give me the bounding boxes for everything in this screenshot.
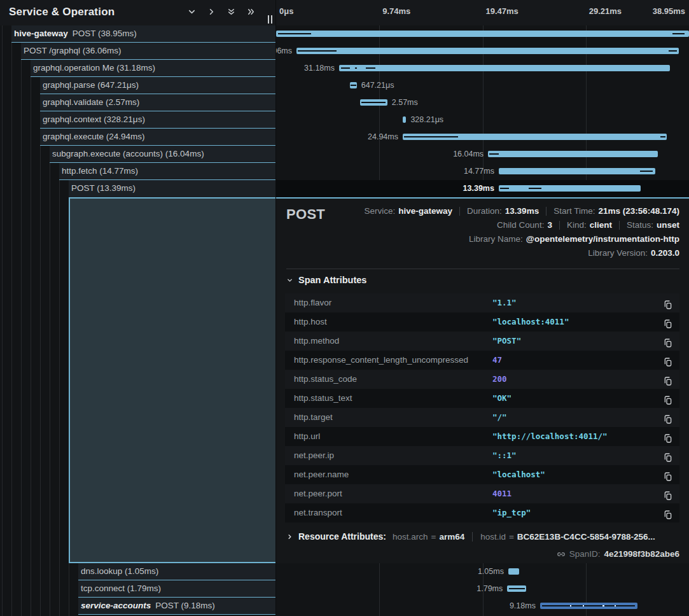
span-bar[interactable] bbox=[507, 585, 526, 592]
attribute-row: net.peer.name"localhost" bbox=[285, 465, 679, 484]
copy-icon[interactable] bbox=[663, 317, 673, 327]
span-bar[interactable] bbox=[499, 168, 655, 174]
attribute-value: "/" bbox=[492, 408, 507, 427]
copy-icon[interactable] bbox=[663, 489, 673, 499]
timeline-row[interactable]: 38.95ms bbox=[276, 25, 689, 43]
resource-attributes-title: Resource Attributes: bbox=[298, 531, 386, 542]
chevrons-down-icon[interactable] bbox=[226, 7, 236, 17]
timeline-row[interactable]: 328.21μs bbox=[276, 111, 689, 129]
attribute-row: http.status_code200 bbox=[285, 370, 679, 389]
copy-icon[interactable] bbox=[663, 451, 673, 461]
timeline-row[interactable]: 9.18ms bbox=[276, 598, 689, 615]
span-bar[interactable] bbox=[339, 65, 670, 71]
span-bar-mark bbox=[355, 67, 357, 69]
overview-key: Start Time: bbox=[553, 204, 595, 218]
resource-attributes-row[interactable]: Resource Attributes: host.arch = arm64 h… bbox=[286, 531, 655, 542]
attribute-value: "localhost" bbox=[492, 465, 545, 484]
span-bar[interactable] bbox=[508, 568, 519, 575]
tree-row[interactable]: graphql.parse (647.21μs) bbox=[40, 77, 275, 94]
tree-row[interactable]: POST /graphql (36.06ms) bbox=[21, 43, 275, 60]
tree-row[interactable]: graphql.operation Me (31.18ms) bbox=[31, 60, 275, 77]
span-bar[interactable] bbox=[403, 116, 406, 123]
operation-label: subgraph.execute (accounts) (16.04ms) bbox=[52, 149, 204, 158]
copy-icon[interactable] bbox=[663, 374, 673, 384]
attribute-value: "ip_tcp" bbox=[492, 503, 531, 522]
chevron-down-icon[interactable] bbox=[187, 7, 197, 17]
span-bar-mark bbox=[298, 50, 337, 52]
span-bar[interactable] bbox=[499, 185, 641, 192]
panel-resize-handle[interactable] bbox=[267, 15, 274, 24]
operation-label: graphql.validate (2.57ms) bbox=[43, 97, 139, 107]
timeline-row[interactable]: 16.04ms bbox=[276, 146, 689, 163]
tree-row[interactable]: subgraph.execute (accounts) (16.04ms) bbox=[50, 146, 275, 163]
link-icon[interactable] bbox=[557, 550, 566, 559]
tree-row[interactable]: graphql.validate (2.57ms) bbox=[40, 94, 275, 111]
attribute-value: "1.1" bbox=[492, 293, 517, 312]
span-duration-label: 13.39ms bbox=[463, 180, 494, 197]
timeline-row[interactable]: 14.77ms bbox=[276, 163, 689, 180]
attribute-row: net.peer.port4011 bbox=[285, 484, 679, 503]
tree-row[interactable]: service-accountsPOST (9.18ms) bbox=[78, 598, 275, 615]
operation-label: graphql.execute (24.94ms) bbox=[43, 132, 145, 141]
tree-row[interactable]: dns.lookup (1.05ms) bbox=[78, 563, 275, 580]
span-bar[interactable] bbox=[296, 48, 679, 54]
span-duration-label: 9.18ms bbox=[510, 598, 536, 615]
span-title: POST bbox=[286, 206, 325, 223]
tree-row[interactable]: graphql.execute (24.94ms) bbox=[40, 129, 275, 146]
span-duration-label: 14.77ms bbox=[464, 163, 494, 180]
timeline-panel: 38.95ms36.06ms31.18ms647.21μs2.57ms328.2… bbox=[276, 0, 689, 616]
attribute-row: http.response_content_length_uncompresse… bbox=[285, 351, 679, 370]
span-bar[interactable] bbox=[276, 31, 689, 37]
tree-row[interactable]: graphql.context (328.21μs) bbox=[40, 111, 275, 129]
divider bbox=[286, 269, 679, 269]
attribute-value: "POST" bbox=[492, 332, 521, 351]
span-bar[interactable] bbox=[360, 99, 387, 106]
timeline-row[interactable]: 13.39ms bbox=[276, 180, 689, 197]
span-duration-label: 31.18ms bbox=[304, 60, 335, 77]
chevron-right-icon[interactable] bbox=[207, 7, 216, 17]
copy-icon[interactable] bbox=[663, 412, 673, 423]
tree-row[interactable]: POST (13.39ms) bbox=[69, 180, 275, 197]
copy-icon[interactable] bbox=[663, 355, 673, 365]
chevrons-right-icon[interactable] bbox=[246, 7, 256, 17]
timeline-row[interactable]: 2.57ms bbox=[276, 94, 689, 111]
panel-divider[interactable] bbox=[275, 0, 276, 616]
operation-label: graphql.operation Me (31.18ms) bbox=[33, 63, 155, 73]
overview-key: Status: bbox=[627, 218, 653, 232]
copy-icon[interactable] bbox=[663, 393, 673, 403]
timeline-row[interactable]: 36.06ms bbox=[276, 43, 689, 60]
span-duration-label: 1.79ms bbox=[477, 580, 503, 598]
span-attributes-title: Span Attributes bbox=[298, 275, 366, 285]
timeline-row[interactable]: 1.79ms bbox=[276, 580, 689, 598]
span-duration-label: 1.05ms bbox=[478, 563, 504, 580]
tree-row[interactable]: tcp.connect (1.79ms) bbox=[78, 580, 275, 598]
resource-attr-key: host.arch bbox=[393, 532, 428, 542]
ruler-tick: 38.95ms bbox=[653, 6, 685, 16]
copy-icon[interactable] bbox=[663, 508, 673, 518]
attribute-row: http.host"localhost:4011" bbox=[285, 312, 679, 332]
span-bar[interactable] bbox=[488, 151, 658, 157]
span-id-label: SpanID: bbox=[569, 549, 601, 559]
tree-row[interactable]: hive-gatewayPOST (38.95ms) bbox=[11, 25, 275, 43]
span-attributes-header[interactable]: Span Attributes bbox=[286, 275, 366, 285]
timeline-row[interactable]: 31.18ms bbox=[276, 60, 689, 77]
ruler-tick: 29.21ms bbox=[589, 6, 622, 16]
tree-row[interactable]: http.fetch (14.77ms) bbox=[59, 163, 275, 180]
copy-icon[interactable] bbox=[663, 470, 673, 480]
copy-icon[interactable] bbox=[663, 336, 673, 346]
attribute-row: http.target"/" bbox=[285, 408, 679, 427]
span-bar[interactable] bbox=[403, 134, 667, 140]
span-bar[interactable] bbox=[540, 603, 637, 609]
copy-icon[interactable] bbox=[663, 431, 673, 442]
copy-icon[interactable] bbox=[663, 298, 673, 308]
attribute-row: http.method"POST" bbox=[285, 332, 679, 351]
span-bar[interactable] bbox=[350, 82, 357, 88]
overview-key: Library Name: bbox=[469, 232, 523, 246]
timeline-row[interactable]: 647.21μs bbox=[276, 77, 689, 94]
operation-label: graphql.parse (647.21μs) bbox=[43, 80, 139, 90]
timeline-row[interactable]: 1.05ms bbox=[276, 563, 689, 580]
attribute-row: http.status_text"OK" bbox=[285, 389, 679, 408]
timeline-row[interactable]: 24.94ms bbox=[276, 129, 689, 146]
service-name: hive-gateway bbox=[14, 29, 68, 38]
span-bar-mark bbox=[489, 153, 499, 155]
